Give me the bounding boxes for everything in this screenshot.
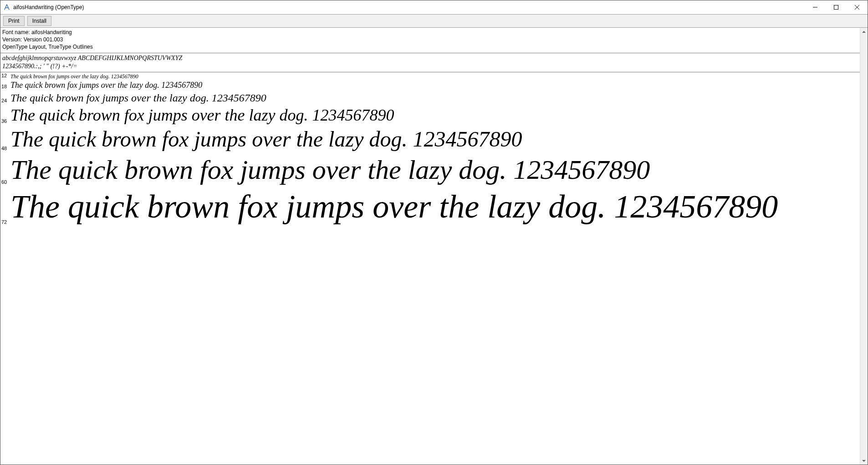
- window-title: aifosHandwriting (OpenType): [13, 4, 84, 10]
- vertical-scrollbar[interactable]: [860, 28, 868, 465]
- font-layout-line: OpenType Layout, TrueType Outlines: [2, 43, 858, 51]
- window-controls: [805, 0, 868, 14]
- content-area: Font name: aifosHandwriting Version: Ver…: [0, 28, 860, 465]
- size-samples: 12The quick brown fox jumps over the laz…: [0, 72, 860, 227]
- charset-line-2: 1234567890.:,; ' " (!?) +-*/=: [2, 62, 858, 71]
- scroll-down-arrow[interactable]: [860, 457, 868, 465]
- content-wrapper: Font name: aifosHandwriting Version: Ver…: [0, 28, 868, 465]
- sample-text: The quick brown fox jumps over the lazy …: [10, 126, 522, 152]
- maximize-button[interactable]: [826, 0, 847, 14]
- sample-size-label: 60: [1, 180, 10, 186]
- sample-row-72: 72The quick brown fox jumps over the laz…: [0, 187, 860, 227]
- sample-size-label: 18: [1, 84, 10, 91]
- charset-sample: abcdefghijklmnopqrstuvwxyz ABCDEFGHIJKLM…: [0, 53, 860, 72]
- install-button[interactable]: Install: [27, 16, 51, 26]
- sample-size-label: 12: [1, 73, 10, 80]
- font-info: Font name: aifosHandwriting Version: Ver…: [0, 28, 860, 53]
- scroll-up-arrow[interactable]: [860, 28, 868, 35]
- sample-row-36: 36The quick brown fox jumps over the laz…: [0, 106, 860, 126]
- svg-rect-1: [834, 5, 838, 10]
- sample-size-label: 36: [1, 119, 10, 125]
- charset-line-1: abcdefghijklmnopqrstuvwxyz ABCDEFGHIJKLM…: [2, 54, 858, 62]
- sample-text: The quick brown fox jumps over the lazy …: [10, 187, 778, 226]
- sample-row-18: 18The quick brown fox jumps over the laz…: [0, 81, 860, 91]
- sample-text: The quick brown fox jumps over the lazy …: [10, 81, 202, 91]
- scroll-track[interactable]: [860, 35, 868, 457]
- print-button[interactable]: Print: [3, 16, 25, 26]
- sample-text: The quick brown fox jumps over the lazy …: [10, 106, 394, 125]
- titlebar-left: aifosHandwriting (OpenType): [3, 4, 84, 11]
- minimize-button[interactable]: [805, 0, 826, 14]
- sample-row-48: 48The quick brown fox jumps over the laz…: [0, 126, 860, 153]
- app-icon: [3, 4, 10, 11]
- toolbar: Print Install: [0, 14, 868, 28]
- sample-size-label: 24: [1, 98, 10, 105]
- sample-text: The quick brown fox jumps over the lazy …: [10, 73, 138, 80]
- sample-size-label: 72: [1, 220, 10, 226]
- sample-text: The quick brown fox jumps over the lazy …: [10, 153, 650, 186]
- sample-row-24: 24The quick brown fox jumps over the laz…: [0, 91, 860, 106]
- font-preview-window: aifosHandwriting (OpenType) Print Instal…: [0, 0, 868, 465]
- close-button[interactable]: [847, 0, 868, 14]
- sample-row-60: 60The quick brown fox jumps over the laz…: [0, 153, 860, 187]
- sample-size-label: 48: [1, 146, 10, 152]
- sample-text: The quick brown fox jumps over the lazy …: [10, 91, 266, 105]
- font-name-line: Font name: aifosHandwriting: [2, 29, 858, 36]
- titlebar: aifosHandwriting (OpenType): [0, 0, 868, 14]
- font-version-line: Version: Version 001.003: [2, 36, 858, 43]
- sample-row-12: 12The quick brown fox jumps over the laz…: [0, 73, 860, 81]
